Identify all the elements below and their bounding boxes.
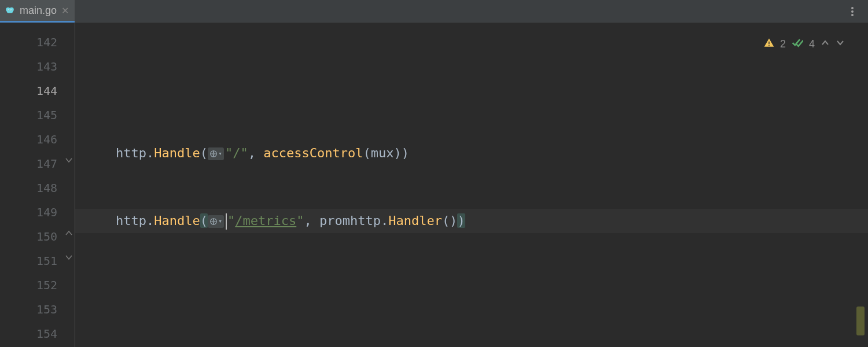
- warning-icon: [764, 38, 774, 51]
- editor: 2 4 142 143 144 145 146 147 148 149 150 …: [0, 23, 868, 347]
- code-line[interactable]: [75, 276, 868, 301]
- globe-icon[interactable]: ▾: [208, 147, 224, 160]
- code-area[interactable]: http.Handle(▾"/", accessControl(mux)) ht…: [75, 23, 868, 347]
- line-number[interactable]: 147: [0, 152, 75, 176]
- line-number[interactable]: 152: [0, 273, 75, 297]
- code-line[interactable]: http.Handle(▾"/", accessControl(mux)): [75, 141, 868, 165]
- line-number[interactable]: 142: [0, 30, 75, 54]
- line-number[interactable]: 153: [0, 297, 75, 322]
- svg-point-6: [11, 10, 12, 10]
- go-file-icon: [5, 5, 15, 16]
- line-number[interactable]: 151: [0, 249, 75, 273]
- line-number[interactable]: 145: [0, 103, 75, 127]
- tab-bar: main.go ✕: [0, 0, 868, 23]
- close-icon[interactable]: ✕: [61, 5, 69, 16]
- globe-icon[interactable]: ▾: [208, 215, 224, 228]
- svg-rect-7: [768, 42, 770, 45]
- chevron-up-icon[interactable]: [821, 38, 830, 50]
- fold-expand-icon[interactable]: [65, 230, 73, 238]
- line-number[interactable]: 143: [0, 54, 75, 79]
- svg-rect-8: [768, 45, 770, 46]
- line-number[interactable]: 150: [0, 224, 75, 249]
- line-number[interactable]: 146: [0, 127, 75, 152]
- inspection-summary[interactable]: 2 4: [764, 38, 845, 51]
- caret: [226, 213, 227, 230]
- line-number[interactable]: 144: [0, 79, 75, 103]
- svg-point-5: [8, 10, 9, 10]
- line-number[interactable]: 148: [0, 176, 75, 200]
- code-line[interactable]: http.Handle(▾"/metrics", promhttp.Handle…: [75, 209, 868, 233]
- gutter[interactable]: 142 143 144 145 146 147 148 149 150 151 …: [0, 23, 75, 347]
- fold-collapse-icon[interactable]: [65, 157, 73, 165]
- check-icon: [792, 38, 803, 50]
- svg-rect-2: [7, 9, 13, 13]
- kebab-menu-icon[interactable]: [844, 0, 861, 23]
- tab-label: main.go: [20, 5, 57, 17]
- tab-main-go[interactable]: main.go ✕: [0, 0, 75, 23]
- code-line[interactable]: errs := make(chan error, 2): [75, 344, 868, 347]
- chevron-down-icon[interactable]: [836, 38, 845, 50]
- line-number[interactable]: 149: [0, 200, 75, 224]
- line-number[interactable]: 154: [0, 322, 75, 346]
- pass-count: 4: [809, 38, 815, 50]
- code-line[interactable]: [75, 73, 868, 98]
- scrollbar-marker[interactable]: [856, 307, 865, 335]
- warning-count: 2: [780, 38, 786, 50]
- fold-collapse-icon[interactable]: [65, 254, 73, 262]
